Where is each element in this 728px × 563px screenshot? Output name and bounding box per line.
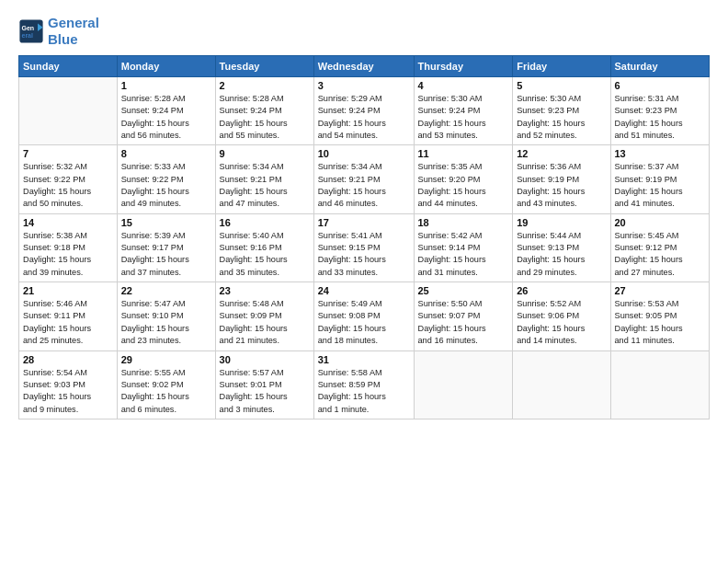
day-info: Sunrise: 5:48 AM Sunset: 9:09 PM Dayligh…	[220, 298, 310, 347]
calendar-cell	[19, 77, 118, 145]
calendar-cell	[610, 350, 710, 419]
day-info: Sunrise: 5:33 AM Sunset: 9:22 PM Dayligh…	[121, 161, 211, 210]
calendar-cell: 16Sunrise: 5:40 AM Sunset: 9:16 PM Dayli…	[215, 213, 313, 282]
weekday-header-friday: Friday	[513, 56, 610, 77]
day-info: Sunrise: 5:34 AM Sunset: 9:21 PM Dayligh…	[318, 161, 410, 210]
day-number: 22	[121, 285, 211, 296]
day-info: Sunrise: 5:30 AM Sunset: 9:24 PM Dayligh…	[418, 93, 509, 142]
weekday-header-tuesday: Tuesday	[215, 56, 313, 77]
day-number: 17	[318, 217, 410, 228]
calendar-cell: 21Sunrise: 5:46 AM Sunset: 9:11 PM Dayli…	[19, 282, 118, 350]
weekday-header-monday: Monday	[117, 56, 215, 77]
day-info: Sunrise: 5:30 AM Sunset: 9:23 PM Dayligh…	[517, 93, 606, 142]
day-number: 12	[517, 148, 606, 159]
day-info: Sunrise: 5:50 AM Sunset: 9:07 PM Dayligh…	[418, 298, 509, 347]
calendar-cell: 8Sunrise: 5:33 AM Sunset: 9:22 PM Daylig…	[117, 145, 215, 213]
calendar-cell: 19Sunrise: 5:44 AM Sunset: 9:13 PM Dayli…	[513, 213, 610, 282]
day-number: 28	[23, 354, 113, 365]
day-number: 26	[517, 285, 606, 296]
day-info: Sunrise: 5:57 AM Sunset: 9:01 PM Dayligh…	[220, 367, 310, 416]
day-number: 2	[220, 80, 310, 91]
day-number: 31	[318, 354, 410, 365]
day-info: Sunrise: 5:53 AM Sunset: 9:05 PM Dayligh…	[615, 298, 706, 347]
svg-rect-0	[19, 19, 42, 42]
calendar-cell: 1Sunrise: 5:28 AM Sunset: 9:24 PM Daylig…	[117, 77, 215, 145]
day-info: Sunrise: 5:41 AM Sunset: 9:15 PM Dayligh…	[318, 230, 410, 279]
calendar-cell: 24Sunrise: 5:49 AM Sunset: 9:08 PM Dayli…	[313, 282, 414, 350]
logo-text: GeneralBlue	[48, 15, 99, 48]
day-number: 25	[418, 285, 509, 296]
day-number: 3	[318, 80, 410, 91]
calendar-cell: 30Sunrise: 5:57 AM Sunset: 9:01 PM Dayli…	[215, 350, 313, 419]
day-info: Sunrise: 5:45 AM Sunset: 9:12 PM Dayligh…	[615, 230, 706, 279]
day-info: Sunrise: 5:54 AM Sunset: 9:03 PM Dayligh…	[23, 367, 113, 416]
day-number: 30	[220, 354, 310, 365]
calendar-cell: 4Sunrise: 5:30 AM Sunset: 9:24 PM Daylig…	[414, 77, 513, 145]
day-number: 20	[615, 217, 706, 228]
day-info: Sunrise: 5:52 AM Sunset: 9:06 PM Dayligh…	[517, 298, 606, 347]
calendar-cell: 26Sunrise: 5:52 AM Sunset: 9:06 PM Dayli…	[513, 282, 610, 350]
calendar-week-2: 7Sunrise: 5:32 AM Sunset: 9:22 PM Daylig…	[19, 145, 710, 213]
calendar-week-5: 28Sunrise: 5:54 AM Sunset: 9:03 PM Dayli…	[19, 350, 710, 419]
day-info: Sunrise: 5:47 AM Sunset: 9:10 PM Dayligh…	[121, 298, 211, 347]
calendar-cell: 18Sunrise: 5:42 AM Sunset: 9:14 PM Dayli…	[414, 213, 513, 282]
day-info: Sunrise: 5:58 AM Sunset: 8:59 PM Dayligh…	[318, 367, 410, 416]
day-number: 13	[615, 148, 706, 159]
day-number: 9	[220, 148, 310, 159]
weekday-header-thursday: Thursday	[414, 56, 513, 77]
calendar-cell: 15Sunrise: 5:39 AM Sunset: 9:17 PM Dayli…	[117, 213, 215, 282]
day-info: Sunrise: 5:42 AM Sunset: 9:14 PM Dayligh…	[418, 230, 509, 279]
calendar-cell: 22Sunrise: 5:47 AM Sunset: 9:10 PM Dayli…	[117, 282, 215, 350]
day-number: 5	[517, 80, 606, 91]
day-info: Sunrise: 5:40 AM Sunset: 9:16 PM Dayligh…	[220, 230, 310, 279]
svg-text:Gen: Gen	[22, 25, 35, 31]
calendar-cell: 31Sunrise: 5:58 AM Sunset: 8:59 PM Dayli…	[313, 350, 414, 419]
calendar-week-3: 14Sunrise: 5:38 AM Sunset: 9:18 PM Dayli…	[19, 213, 710, 282]
calendar-week-4: 21Sunrise: 5:46 AM Sunset: 9:11 PM Dayli…	[19, 282, 710, 350]
day-info: Sunrise: 5:28 AM Sunset: 9:24 PM Dayligh…	[121, 93, 211, 142]
calendar-cell	[414, 350, 513, 419]
calendar-cell: 23Sunrise: 5:48 AM Sunset: 9:09 PM Dayli…	[215, 282, 313, 350]
day-info: Sunrise: 5:36 AM Sunset: 9:19 PM Dayligh…	[517, 161, 606, 210]
calendar-cell: 10Sunrise: 5:34 AM Sunset: 9:21 PM Dayli…	[313, 145, 414, 213]
calendar-table: SundayMondayTuesdayWednesdayThursdayFrid…	[18, 55, 710, 419]
calendar-cell: 5Sunrise: 5:30 AM Sunset: 9:23 PM Daylig…	[513, 77, 610, 145]
day-number: 1	[121, 80, 211, 91]
calendar-cell: 27Sunrise: 5:53 AM Sunset: 9:05 PM Dayli…	[610, 282, 710, 350]
calendar-cell: 3Sunrise: 5:29 AM Sunset: 9:24 PM Daylig…	[313, 77, 414, 145]
calendar-cell: 25Sunrise: 5:50 AM Sunset: 9:07 PM Dayli…	[414, 282, 513, 350]
calendar-cell: 14Sunrise: 5:38 AM Sunset: 9:18 PM Dayli…	[19, 213, 118, 282]
header: Gen eral GeneralBlue	[18, 15, 710, 48]
day-info: Sunrise: 5:37 AM Sunset: 9:19 PM Dayligh…	[615, 161, 706, 210]
day-info: Sunrise: 5:34 AM Sunset: 9:21 PM Dayligh…	[220, 161, 310, 210]
day-number: 16	[220, 217, 310, 228]
day-info: Sunrise: 5:39 AM Sunset: 9:17 PM Dayligh…	[121, 230, 211, 279]
page: Gen eral GeneralBlue SundayMondayTuesday…	[0, 0, 728, 563]
calendar-cell: 11Sunrise: 5:35 AM Sunset: 9:20 PM Dayli…	[414, 145, 513, 213]
calendar-cell: 2Sunrise: 5:28 AM Sunset: 9:24 PM Daylig…	[215, 77, 313, 145]
day-number: 21	[23, 285, 113, 296]
calendar-cell: 29Sunrise: 5:55 AM Sunset: 9:02 PM Dayli…	[117, 350, 215, 419]
day-info: Sunrise: 5:44 AM Sunset: 9:13 PM Dayligh…	[517, 230, 606, 279]
calendar-cell: 9Sunrise: 5:34 AM Sunset: 9:21 PM Daylig…	[215, 145, 313, 213]
calendar-cell: 7Sunrise: 5:32 AM Sunset: 9:22 PM Daylig…	[19, 145, 118, 213]
day-number: 27	[615, 285, 706, 296]
weekday-header-sunday: Sunday	[19, 56, 118, 77]
calendar-cell: 28Sunrise: 5:54 AM Sunset: 9:03 PM Dayli…	[19, 350, 118, 419]
day-info: Sunrise: 5:31 AM Sunset: 9:23 PM Dayligh…	[615, 93, 706, 142]
logo-icon: Gen eral	[18, 18, 44, 44]
weekday-header-saturday: Saturday	[610, 56, 710, 77]
logo-area: Gen eral GeneralBlue	[18, 15, 99, 48]
day-number: 11	[418, 148, 509, 159]
day-info: Sunrise: 5:49 AM Sunset: 9:08 PM Dayligh…	[318, 298, 410, 347]
calendar-cell	[513, 350, 610, 419]
day-info: Sunrise: 5:29 AM Sunset: 9:24 PM Dayligh…	[318, 93, 410, 142]
day-info: Sunrise: 5:38 AM Sunset: 9:18 PM Dayligh…	[23, 230, 113, 279]
day-number: 8	[121, 148, 211, 159]
calendar-cell: 13Sunrise: 5:37 AM Sunset: 9:19 PM Dayli…	[610, 145, 710, 213]
day-number: 18	[418, 217, 509, 228]
day-number: 15	[121, 217, 211, 228]
calendar-cell: 17Sunrise: 5:41 AM Sunset: 9:15 PM Dayli…	[313, 213, 414, 282]
day-info: Sunrise: 5:28 AM Sunset: 9:24 PM Dayligh…	[220, 93, 310, 142]
day-number: 29	[121, 354, 211, 365]
